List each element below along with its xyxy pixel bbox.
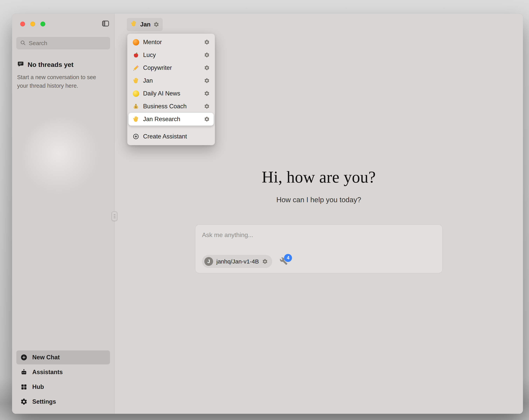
money-bag-icon: $: [132, 103, 139, 110]
menu-item-jan[interactable]: Jan: [129, 74, 213, 87]
menu-item-copywriter[interactable]: Copywriter: [129, 61, 213, 74]
sidebar-toggle-button[interactable]: [101, 19, 110, 28]
menu-item-label: Daily AI News: [143, 90, 180, 97]
sidebar-item-hub[interactable]: Hub: [16, 380, 110, 394]
yellow-sphere-icon: [132, 90, 139, 97]
gear-icon[interactable]: [204, 91, 210, 96]
gear-icon[interactable]: [204, 39, 210, 45]
menu-item-label: Business Coach: [143, 103, 187, 110]
gear-icon[interactable]: [204, 103, 210, 109]
sidebar-item-label: Hub: [32, 383, 44, 391]
create-plus-circle-icon: [132, 133, 139, 140]
waving-hand-icon: [132, 116, 139, 123]
apple-icon: [132, 52, 139, 58]
titlebar: [16, 14, 110, 34]
sidebar-toggle-icon: [102, 19, 110, 28]
chat-composer[interactable]: J janhq/Jan-v1-4B 4: [195, 225, 442, 273]
waving-hand-icon: [132, 77, 139, 84]
waving-hand-icon: [130, 20, 137, 29]
search-input[interactable]: [29, 40, 106, 46]
sidebar-item-settings[interactable]: Settings: [16, 395, 110, 409]
gear-icon[interactable]: [204, 65, 210, 71]
plus-circle-icon: [20, 354, 28, 361]
menu-item-label: Mentor: [143, 39, 162, 46]
assistant-dropdown-menu: Mentor Lucy: [127, 33, 215, 145]
sidebar: No threads yet Start a new conversation …: [12, 14, 115, 414]
main-header: Jan: [115, 14, 523, 35]
assistant-settings-gear-icon[interactable]: [153, 22, 159, 27]
greeting: Hi, how are you? How can I help you toda…: [115, 168, 523, 204]
sidebar-item-assistants[interactable]: Assistants: [16, 365, 110, 379]
threads-empty-state: No threads yet Start a new conversation …: [16, 61, 110, 90]
gear-icon[interactable]: [204, 52, 210, 58]
tools-count-badge: 4: [284, 254, 292, 262]
sidebar-resize-handle[interactable]: [112, 212, 117, 221]
svg-text:$: $: [135, 106, 137, 108]
menu-item-label: Create Assistant: [143, 133, 187, 140]
app-window: No threads yet Start a new conversation …: [12, 14, 523, 414]
main-area: Jan Mentor: [115, 14, 523, 414]
model-selector-button[interactable]: J janhq/Jan-v1-4B: [202, 255, 272, 268]
sidebar-item-new-chat[interactable]: New Chat: [16, 350, 110, 364]
menu-item-create-assistant[interactable]: Create Assistant: [129, 130, 213, 143]
zoom-button[interactable]: [40, 22, 45, 27]
tools-button[interactable]: 4: [279, 257, 288, 266]
orange-sphere-icon: [132, 39, 139, 46]
sidebar-item-label: New Chat: [32, 354, 60, 361]
composer-toolbar: J janhq/Jan-v1-4B 4: [202, 255, 436, 268]
gear-icon[interactable]: [204, 116, 210, 122]
menu-item-label: Lucy: [143, 52, 156, 58]
pencil-icon: [132, 64, 139, 71]
greeting-subtitle: How can I help you today?: [115, 196, 523, 204]
traffic-lights: [16, 22, 45, 27]
minimize-button[interactable]: [30, 22, 35, 27]
model-settings-gear-icon[interactable]: [262, 259, 268, 264]
close-button[interactable]: [20, 22, 25, 27]
gear-icon[interactable]: [204, 78, 210, 84]
menu-item-label: Jan Research: [143, 116, 180, 123]
sidebar-item-label: Assistants: [32, 369, 63, 376]
empty-state-title: No threads yet: [28, 61, 74, 68]
menu-separator: [131, 128, 211, 128]
menu-item-jan-research[interactable]: Jan Research: [129, 113, 214, 126]
menu-item-label: Copywriter: [143, 64, 172, 71]
hub-blocks-icon: [20, 383, 28, 391]
chat-bubble-icon: [17, 61, 24, 68]
menu-item-mentor[interactable]: Mentor: [129, 36, 213, 49]
menu-item-daily-ai-news[interactable]: Daily AI News: [129, 87, 213, 100]
sidebar-item-label: Settings: [32, 398, 56, 405]
sidebar-nav: New Chat Assistants: [16, 350, 110, 414]
search-field[interactable]: [16, 37, 110, 49]
assistants-robot-icon: [20, 368, 28, 376]
empty-state-description: Start a new conversation to see your thr…: [17, 73, 104, 90]
greeting-title: Hi, how are you?: [115, 168, 523, 187]
search-icon: [20, 40, 26, 47]
sidebar-watermark: [24, 119, 102, 196]
chat-input[interactable]: [202, 231, 436, 244]
assistant-selector-button[interactable]: Jan: [127, 18, 163, 31]
settings-gear-icon: [20, 398, 28, 406]
assistant-selector-label: Jan: [140, 21, 150, 28]
menu-item-lucy[interactable]: Lucy: [129, 49, 213, 61]
menu-item-label: Jan: [143, 77, 153, 84]
model-avatar: J: [204, 257, 213, 266]
model-name: janhq/Jan-v1-4B: [216, 258, 259, 265]
menu-item-business-coach[interactable]: $ Business Coach: [129, 100, 213, 113]
